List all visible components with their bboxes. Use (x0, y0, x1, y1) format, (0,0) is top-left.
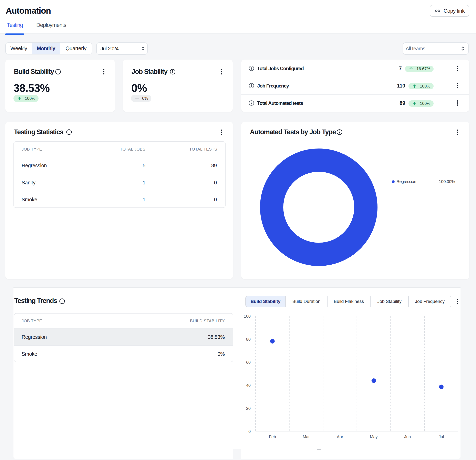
svg-text:20: 20 (246, 406, 251, 411)
svg-text:100: 100 (244, 314, 251, 318)
svg-text:80: 80 (246, 337, 251, 341)
svg-text:Mar: Mar (303, 434, 310, 439)
svg-text:Jul: Jul (439, 434, 444, 439)
svg-text:40: 40 (246, 383, 251, 388)
svg-text:Jun: Jun (404, 434, 411, 439)
svg-text:0: 0 (248, 429, 251, 434)
svg-text:Feb: Feb (269, 434, 276, 439)
svg-text:May: May (370, 434, 378, 439)
svg-text:Apr: Apr (337, 434, 343, 439)
svg-text:60: 60 (246, 360, 251, 365)
